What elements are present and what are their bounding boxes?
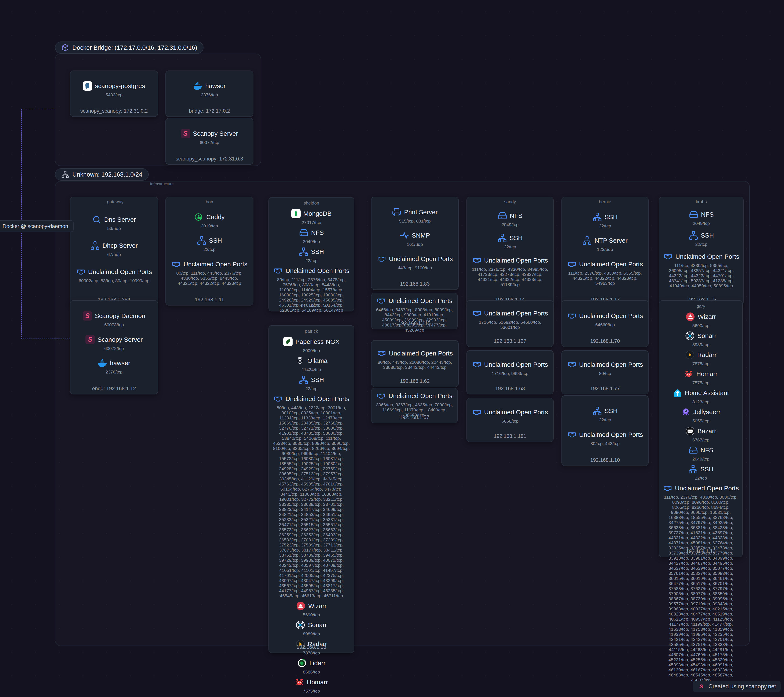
- service-ports: 7575/tcp: [303, 689, 320, 694]
- host-card-sandy[interactable]: sandyNFS2049/tcpSSH22/tcpUnclaimed Open …: [466, 197, 553, 306]
- service-ports: 8989/tcp: [303, 631, 320, 636]
- service-unclaimed-open-ports: Unclaimed Open Ports1716/tcp, 9993/tcp: [470, 360, 550, 376]
- service-dns-server: Dns Server53/udp: [74, 215, 154, 231]
- ethernet-icon: [472, 408, 481, 417]
- cube-icon: [61, 44, 69, 51]
- docker-daemon-connector-bottom: [21, 339, 70, 339]
- edge-label-text: Docker @ scanopy-daemon: [3, 223, 68, 229]
- host-ip: bridge: 172.17.0.2: [166, 108, 253, 114]
- host-card-unclaimed-127[interactable]: Unclaimed Open Ports1716/tcp, 51692/tcp,…: [466, 300, 553, 347]
- service-scanopy-postgres: scanopy-postgres5432/tcp: [74, 81, 154, 97]
- host-card-hawser[interactable]: hawser2376/tcpbridge: 172.17.0.2: [165, 71, 254, 117]
- docker-bridge-header[interactable]: Docker Bridge: (172.17.0.0/16, 172.31.0.…: [55, 41, 204, 54]
- ethernet-icon: [377, 391, 386, 401]
- service-name: hawser: [110, 360, 130, 367]
- service-name: Wizarr: [308, 602, 327, 609]
- service-nfs: NFS2049/tcp: [662, 446, 740, 462]
- host-card-unclaimed-63[interactable]: Unclaimed Open Ports1716/tcp, 9993/tcp19…: [466, 350, 553, 395]
- host-card-patrick[interactable]: patrickPaperless-NGX8000/tcpOllama11434/…: [268, 325, 354, 653]
- service-name: Homarr: [307, 679, 328, 686]
- host-card-unclaimed-115[interactable]: Unclaimed Open Ports6466/tcp, 6467/tcp, …: [371, 293, 458, 329]
- service-unclaimed-open-ports: Unclaimed Open Ports111/tcp, 2376/tcp, 4…: [565, 259, 645, 286]
- service-ports: 2049/tcp: [692, 456, 710, 462]
- service-name: Print Server: [404, 208, 438, 216]
- service-name: Unclaimed Open Ports: [484, 310, 548, 317]
- host-card-unclaimed-77[interactable]: Unclaimed Open Ports80/tcp192.168.1.77: [562, 350, 649, 395]
- service-name: Unclaimed Open Ports: [675, 253, 740, 260]
- service-name: SSH: [604, 407, 618, 415]
- service-wizarr: Wizarr5690/tcp: [272, 601, 351, 618]
- host-name: gary: [697, 304, 705, 309]
- host-card-host-10[interactable]: SSH22/tcpUnclaimed Open Ports80/tcp, 443…: [562, 395, 649, 466]
- service-ports: 22/tcp: [695, 476, 707, 481]
- ethernet-icon: [567, 259, 576, 269]
- service-home-assistant: Home Assistant8123/tcp: [662, 388, 740, 405]
- host-card-scanopy-daemon-host[interactable]: SScanopy Daemon60073/tcpSScanopy Server6…: [70, 300, 158, 395]
- service-name: Dns Server: [104, 216, 136, 223]
- service-hawser: hawser2376/tcp: [169, 81, 250, 97]
- host-card-krabs[interactable]: krabsNFS2049/tcpSSH22/tcpUnclaimed Open …: [659, 197, 744, 306]
- host-card-sheldon[interactable]: sheldonMongoDB27017/tcpNFS2049/tcpSSH22/…: [268, 197, 354, 311]
- host-card-bob[interactable]: bobCaddy2019/tcpSSH22/tcpUnclaimed Open …: [165, 197, 254, 306]
- harddrive-icon: [689, 210, 698, 219]
- service-name: Unclaimed Open Ports: [389, 392, 453, 400]
- host-card-gary[interactable]: garyWizarr5690/tcpSonarr8989/tcpRadarr78…: [659, 300, 743, 557]
- host-card-print-server[interactable]: Print Server515/tcp, 631/tcpSNMP161/udpU…: [371, 197, 459, 290]
- service-ssh: SSH22/tcp: [272, 247, 351, 263]
- service-name: Jellyseerr: [693, 408, 720, 416]
- host-name: sheldon: [303, 200, 319, 206]
- service-ports: 515/tcp, 631/tcp: [399, 218, 430, 224]
- service-print-server: Print Server515/tcp, 631/tcp: [375, 208, 455, 224]
- service-homarr: Homarr7575/tcp: [272, 677, 351, 694]
- sonarr-icon: [296, 620, 305, 630]
- service-name: Scanopy Daemon: [95, 312, 145, 319]
- docker-icon: [193, 81, 203, 91]
- harddrive-icon: [498, 211, 507, 220]
- service-ntp-server: NTP Server123/udp: [565, 236, 645, 252]
- host-ip: scanopy_scanopy: 172.31.0.3: [166, 156, 253, 162]
- host-card-bernie[interactable]: bernieSSH22/tcpNTP Server123/udpUnclaime…: [562, 197, 649, 306]
- service-name: Unclaimed Open Ports: [579, 431, 643, 438]
- host-card-scanopy-postgres[interactable]: scanopy-postgres5432/tcpscanopy_scanopy:…: [70, 71, 158, 117]
- network-icon: [299, 247, 308, 256]
- host-card-gateway[interactable]: _gatewayDns Server53/udpDhcp Server67/ud…: [70, 197, 158, 306]
- postgres-icon: [83, 81, 92, 91]
- host-card-unclaimed-62[interactable]: Unclaimed Open Ports80/tcp, 443/tcp, 220…: [371, 340, 459, 387]
- watermark[interactable]: S Created using scanopy.net: [693, 681, 781, 692]
- service-ports: 161/udp: [407, 242, 423, 247]
- homarr-icon: [295, 677, 304, 687]
- service-name: Unclaimed Open Ports: [579, 361, 643, 368]
- service-ssh: SSH22/tcp: [662, 464, 740, 481]
- host-card-unclaimed-70[interactable]: Unclaimed Open Ports64660/tcp192.168.1.7…: [562, 300, 649, 347]
- service-ports: 27017/tcp: [301, 220, 321, 225]
- network-icon: [497, 233, 507, 243]
- service-name: NTP Server: [595, 237, 628, 244]
- ollama-icon: [295, 356, 305, 365]
- service-ports: 22/tcp: [305, 258, 317, 263]
- ethernet-icon: [273, 394, 283, 403]
- service-dhcp-server: Dhcp Server67/udp: [74, 241, 154, 257]
- service-caddy: Caddy2019/tcp: [169, 212, 250, 228]
- host-ip: 192.168.1.77: [562, 386, 648, 391]
- host-card-unclaimed-57[interactable]: Unclaimed Open Ports3366/tcp, 3367/tcp, …: [371, 388, 458, 423]
- service-ports: 2019/tcp: [201, 223, 218, 228]
- service-name: Scanopy Server: [193, 130, 238, 137]
- service-ports: 2376/tcp: [201, 92, 218, 97]
- unknown-network-header[interactable]: Unknown: 192.168.1.0/24: [55, 168, 149, 181]
- service-ports: 80/tcp, 443/tcp, 2222/tcp, 3001/tcp, 301…: [273, 405, 350, 598]
- service-ports: 8989/tcp: [692, 342, 710, 347]
- service-ports: 11434/tcp: [302, 367, 321, 372]
- wizarr-icon: [686, 312, 695, 321]
- host-card-unclaimed-181[interactable]: Unclaimed Open Ports6668/tcp192.168.1.18…: [466, 398, 553, 442]
- service-name: NFS: [311, 229, 324, 236]
- service-name: MongoDB: [303, 210, 331, 217]
- service-name: Wizarr: [698, 313, 716, 320]
- service-ports: 111/tcp, 2376/tcp, 4330/tcp, 5355/tcp, 4…: [566, 271, 644, 286]
- service-ports: 60072/tcp: [200, 140, 219, 145]
- service-ports: 2049/tcp: [502, 222, 519, 227]
- service-ports: 22/tcp: [305, 386, 317, 391]
- host-card-scanopy-server[interactable]: SScanopy Server60072/tcpscanopy_scanopy:…: [165, 118, 254, 165]
- service-name: Scanopy Server: [97, 336, 143, 343]
- docker-daemon-edge-label: Docker @ scanopy-daemon: [0, 220, 74, 232]
- host-ip: 192.168.1.83: [372, 281, 458, 287]
